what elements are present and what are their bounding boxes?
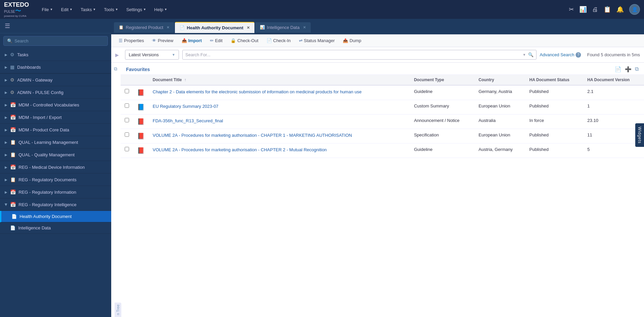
menu-file[interactable]: File ▼ bbox=[38, 5, 56, 14]
mdm-product-icon: 📅 bbox=[10, 127, 16, 132]
version-select[interactable]: Latest Versions ▼ bbox=[125, 50, 179, 60]
dump-button[interactable]: 📤 Dump bbox=[339, 36, 365, 45]
properties-button[interactable]: ☰ Properties bbox=[115, 36, 147, 45]
sidebar-item-mdm-product[interactable]: ▶ 📅 MDM - Product Core Data bbox=[0, 124, 111, 136]
doc-title-link[interactable]: FDA-356h_func_R13_Secured_final bbox=[153, 118, 223, 123]
status-manager-label: Status Manager bbox=[304, 38, 335, 43]
funnel-icon[interactable]: ⧉ bbox=[635, 66, 639, 72]
checkout-button[interactable]: 🔒 Check-Out bbox=[227, 36, 262, 45]
tab-registered-product[interactable]: 📋 Registered Product ✕ bbox=[114, 22, 174, 33]
col-status[interactable]: HA Document Status bbox=[525, 75, 583, 85]
sidebar-item-reg-docs[interactable]: ▶ 📋 REG - Regulatory Documents bbox=[0, 173, 111, 186]
sidebar-item-label: MDM - Product Core Data bbox=[19, 127, 106, 132]
bell-icon[interactable]: 🔔 bbox=[616, 6, 624, 13]
status-manager-button[interactable]: ⇌ Status Manager bbox=[296, 36, 338, 45]
intel-data-icon: 📄 bbox=[10, 225, 16, 230]
favourites-actions: 📄 ➕ ⧉ bbox=[615, 66, 639, 72]
app-tagline: PULSE〜 bbox=[4, 10, 21, 13]
row-checkbox[interactable] bbox=[125, 147, 129, 151]
help-icon[interactable]: ? bbox=[576, 52, 581, 58]
preview-button[interactable]: 👁 Preview bbox=[149, 36, 177, 45]
sidebar-items: ▶ ⚙ Tasks ▶ ▦ Dashboards ▶ ⚙ ADMIN - Gat… bbox=[0, 49, 111, 317]
checkin-button[interactable]: 📄 Check-In bbox=[263, 36, 294, 45]
print-icon[interactable]: 🖨 bbox=[592, 6, 598, 13]
import-button[interactable]: 📥 Import bbox=[178, 36, 205, 45]
sidebar-item-qual-quality[interactable]: ▶ 📋 QUAL - Quality Management bbox=[0, 149, 111, 161]
sidebar-subitem-health-auth[interactable]: 📄 Health Authority Document bbox=[0, 211, 111, 222]
menu-settings[interactable]: Settings ▼ bbox=[123, 5, 150, 14]
table-row[interactable]: 📕 VOLUME 2A - Procedures for marketing a… bbox=[121, 144, 644, 158]
sidebar-item-label: Tasks bbox=[17, 52, 106, 57]
row-checkbox[interactable] bbox=[125, 89, 129, 93]
menu-edit[interactable]: Edit ▼ bbox=[58, 5, 76, 14]
row-title-cell: Chapter 2 - Data elements for the electr… bbox=[149, 85, 410, 100]
expand-arrow: ▶ bbox=[5, 116, 7, 119]
sidebar-subitem-intel-data[interactable]: 📄 Intelligence Data bbox=[0, 222, 111, 234]
properties-icon: ☰ bbox=[119, 38, 123, 43]
table-row[interactable]: 📕 Chapter 2 - Data elements for the elec… bbox=[121, 85, 644, 100]
doc-title-link[interactable]: VOLUME 2A - Procedures for marketing aut… bbox=[153, 147, 327, 152]
sidebar-item-admin-gateway[interactable]: ▶ ⚙ ADMIN - Gateway bbox=[0, 74, 111, 86]
reg-medical-icon: 📅 bbox=[10, 164, 16, 170]
sidebar-header: ☰ bbox=[0, 19, 111, 33]
menu-help[interactable]: Help ▼ bbox=[151, 5, 171, 14]
filter-icon[interactable]: ⧉ bbox=[114, 66, 117, 71]
sidebar-item-mdm-import[interactable]: ▶ 📅 MDM - Import / Export bbox=[0, 111, 111, 124]
add-plus-icon[interactable]: ➕ bbox=[625, 66, 632, 72]
dump-label: Dump bbox=[349, 38, 361, 43]
table-row[interactable]: 📕 VOLUME 2A - Procedures for marketing a… bbox=[121, 129, 644, 144]
col-country[interactable]: Country bbox=[474, 75, 525, 85]
sidebar-item-qual-learning[interactable]: ▶ 📋 QUAL - Learning Management bbox=[0, 136, 111, 149]
tab-health-authority[interactable]: 📄 Health Authority Document ✕ bbox=[175, 22, 254, 33]
tab-intelligence-data[interactable]: 📊 Intelligence Data ✕ bbox=[255, 22, 311, 33]
sidebar-item-tasks[interactable]: ▶ ⚙ Tasks bbox=[0, 49, 111, 61]
doc-title-link[interactable]: VOLUME 2A - Procedures for marketing aut… bbox=[153, 133, 352, 138]
add-doc-icon[interactable]: 📄 bbox=[615, 66, 621, 72]
menu-tools[interactable]: Tools ▼ bbox=[100, 5, 121, 14]
copy-icon[interactable]: 📋 bbox=[604, 6, 611, 13]
row-checkbox[interactable] bbox=[125, 118, 129, 122]
row-checkbox-cell bbox=[121, 115, 133, 129]
user-avatar[interactable]: 👤 bbox=[629, 4, 640, 15]
row-type-cell: Guideline bbox=[410, 144, 474, 158]
menu-tasks[interactable]: Tasks ▼ bbox=[77, 5, 99, 14]
tab-close-health[interactable]: ✕ bbox=[247, 26, 250, 30]
col-type[interactable]: Document Type bbox=[410, 75, 474, 85]
search-icon[interactable]: 🔍 bbox=[528, 52, 533, 57]
expand-toggle[interactable]: ▶ bbox=[115, 52, 119, 58]
row-status-cell: Published bbox=[525, 129, 583, 144]
table-row[interactable]: 📘 EU Regulatory Summary 2023-07 Custom S… bbox=[121, 100, 644, 115]
checkin-icon: 📄 bbox=[267, 38, 272, 43]
sidebar-item-mdm-vocab[interactable]: ▶ 📅 MDM - Controlled Vocabularies bbox=[0, 99, 111, 111]
dropdown-arrow-icon[interactable]: ▼ bbox=[523, 53, 526, 57]
row-checkbox[interactable] bbox=[125, 132, 129, 137]
table-row[interactable]: 📕 FDA-356h_func_R13_Secured_final Announ… bbox=[121, 115, 644, 129]
hamburger-icon[interactable]: ☰ bbox=[5, 22, 10, 30]
advanced-search-button[interactable]: Advanced Search ? bbox=[540, 52, 581, 58]
sidebar-search-input[interactable] bbox=[14, 38, 104, 43]
doc-title-link[interactable]: Chapter 2 - Data elements for the electr… bbox=[153, 89, 362, 94]
sidebar-item-reg-medical[interactable]: ▶ 📅 REG - Medical Device Information bbox=[0, 161, 111, 173]
sidebar-item-dashboards[interactable]: ▶ ▦ Dashboards bbox=[0, 61, 111, 73]
chart-icon[interactable]: 📊 bbox=[579, 6, 587, 13]
search-input[interactable] bbox=[185, 50, 523, 59]
sidebar-item-label: Dashboards bbox=[17, 65, 106, 70]
sidebar-item-reg-info[interactable]: ▶ 📅 REG - Regulatory Information bbox=[0, 186, 111, 198]
col-version[interactable]: HA Document Version bbox=[583, 75, 644, 85]
expand-arrow-icon: ▶ bbox=[115, 52, 119, 58]
tab-close-intelligence[interactable]: ✕ bbox=[303, 25, 306, 30]
widgets-tab[interactable]: Widgets bbox=[635, 123, 644, 147]
edit-button[interactable]: ✏ Edit bbox=[207, 36, 226, 45]
scissors-icon[interactable]: ✂ bbox=[569, 6, 574, 13]
row-checkbox[interactable] bbox=[125, 103, 129, 108]
preview-label: Preview bbox=[158, 38, 173, 43]
sidebar-item-reg-intel[interactable]: ▶ 📅 REG - Regulatory Intelligence bbox=[0, 198, 111, 211]
properties-label: Properties bbox=[124, 38, 144, 43]
top-navigation: EXTEDOPULSE〜 powered by CURA File ▼ Edit… bbox=[0, 0, 644, 19]
tab-close-registered[interactable]: ✕ bbox=[166, 25, 170, 30]
doc-title-link[interactable]: EU Regulatory Summary 2023-07 bbox=[153, 104, 218, 109]
chevron-down-icon: ▼ bbox=[172, 53, 175, 57]
col-title[interactable]: Document Title ↑ bbox=[149, 75, 410, 85]
row-icon-cell: 📕 bbox=[133, 144, 149, 158]
sidebar-item-admin-pulse[interactable]: ▶ ⚙ ADMIN - PULSE Config bbox=[0, 86, 111, 99]
